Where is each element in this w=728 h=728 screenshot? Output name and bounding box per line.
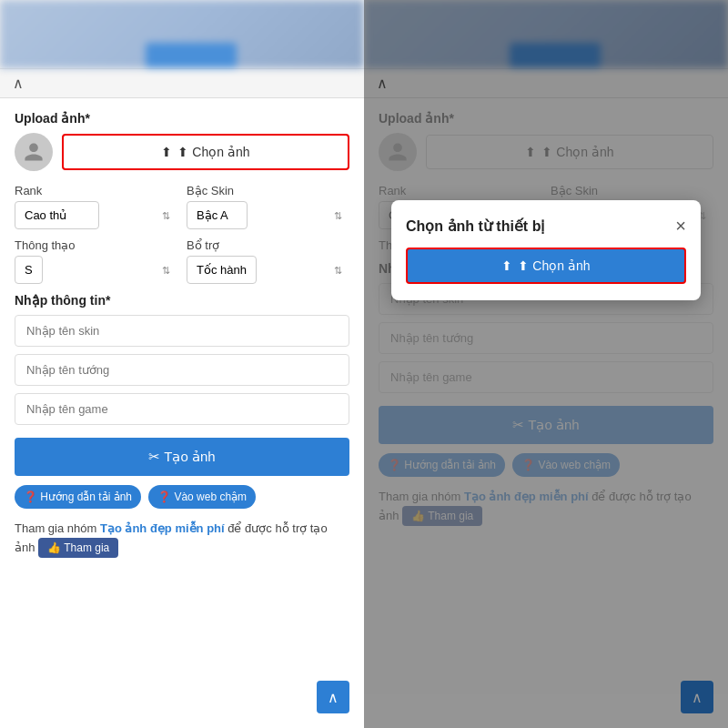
bac-skin-label-left: Bậc Skin	[187, 184, 349, 197]
modal-close-btn[interactable]: ×	[675, 217, 686, 235]
bo-tro-wrapper-left: Tốc hành Trừ giáp	[187, 256, 349, 284]
bo-tro-group-left: Bổ trợ Tốc hành Trừ giáp	[187, 238, 349, 284]
rank-wrapper-left: Cao thủ Huyền thoại Kim cương	[15, 201, 177, 229]
person-icon-left	[23, 141, 45, 163]
tao-anh-btn-left[interactable]: ✂ Tạo ảnh	[15, 438, 349, 476]
thong-thao-wrapper-left: S A B	[15, 256, 177, 284]
close-icon: ×	[675, 216, 686, 236]
left-panel: ∧ Upload ảnh* ⬆ ⬆ Chọn ảnh Rank Cao thủ	[0, 0, 364, 728]
join-pre-left: Tham gia nhóm	[15, 521, 100, 535]
bottom-links-left: ❓ Hướng dẫn tải ảnh ❓ Vào web chậm	[15, 485, 349, 509]
thong-thao-label-left: Thông thạo	[15, 238, 177, 252]
chon-anh-btn-left[interactable]: ⬆ ⬆ Chọn ảnh	[62, 134, 349, 170]
tao-anh-text-left: ✂ Tạo ảnh	[148, 449, 215, 464]
modal-overlay: Chọn ảnh từ thiết bị × ⬆ ⬆ Chọn ảnh	[364, 0, 728, 728]
modal-chon-anh-text: ⬆ Chọn ảnh	[518, 258, 590, 273]
modal-title: Chọn ảnh từ thiết bị	[406, 217, 544, 235]
thong-thao-row-left: Thông thạo S A B Bổ trợ Tốc hành Trừ giá…	[15, 238, 349, 284]
rank-select-left[interactable]: Cao thủ Huyền thoại Kim cương	[15, 201, 99, 229]
chevron-up-btn-left[interactable]: ∧	[13, 75, 24, 92]
tham-gia-btn-left[interactable]: 👍 Tham gia	[38, 538, 118, 558]
upload-label-left: Upload ảnh*	[15, 111, 349, 126]
avatar-left	[15, 133, 53, 171]
tuong-input-left[interactable]	[15, 354, 349, 386]
modal-chon-anh-btn[interactable]: ⬆ ⬆ Chọn ảnh	[406, 248, 686, 284]
modal-header: Chọn ảnh từ thiết bị ×	[406, 217, 686, 235]
modal-upload-icon: ⬆	[501, 258, 512, 273]
rank-skin-row-left: Rank Cao thủ Huyền thoại Kim cương Bậc S…	[15, 184, 349, 229]
tham-gia-text-left: 👍 Tham gia	[47, 541, 109, 554]
huong-dan-text-left: ❓ Hướng dẫn tải ảnh	[24, 490, 132, 503]
right-panel: ∧ Upload ảnh* ⬆ ⬆ Chọn ảnh Rank Cao thủ	[364, 0, 728, 728]
modal-box: Chọn ảnh từ thiết bị × ⬆ ⬆ Chọn ảnh	[391, 200, 701, 300]
bac-skin-group-left: Bậc Skin Bậc A Bậc S Bậc SS	[187, 184, 349, 229]
chon-anh-text-left: ⬆ Chọn ảnh	[177, 145, 249, 159]
thong-thao-select-left[interactable]: S A B	[15, 256, 43, 284]
huong-dan-btn-left[interactable]: ❓ Hướng dẫn tải ảnh	[15, 485, 141, 509]
thong-thao-group-left: Thông thạo S A B	[15, 238, 177, 284]
chevron-bar-left: ∧	[0, 68, 364, 98]
upload-icon-left: ⬆	[161, 145, 172, 159]
game-input-left[interactable]	[15, 393, 349, 425]
skin-input-left[interactable]	[15, 315, 349, 347]
scroll-up-btn-left[interactable]: ∧	[317, 681, 349, 713]
rank-group-left: Rank Cao thủ Huyền thoại Kim cương	[15, 184, 177, 229]
bac-skin-select-left[interactable]: Bậc A Bậc S Bậc SS	[187, 201, 248, 229]
bac-skin-wrapper-left: Bậc A Bậc S Bậc SS	[187, 201, 349, 229]
vao-web-btn-left[interactable]: ❓ Vào web chậm	[148, 485, 256, 509]
bo-tro-label-left: Bổ trợ	[187, 238, 349, 252]
nhap-label-left: Nhập thông tin*	[15, 293, 349, 308]
form-area-left: Upload ảnh* ⬆ ⬆ Chọn ảnh Rank Cao thủ Hu…	[0, 98, 364, 728]
upload-row-left: ⬆ ⬆ Chọn ảnh	[15, 133, 349, 171]
vao-web-text-left: ❓ Vào web chậm	[157, 490, 247, 503]
bo-tro-select-left[interactable]: Tốc hành Trừ giáp	[187, 256, 257, 284]
join-group-left: Tham gia nhóm Tạo ảnh đẹp miễn phí để đư…	[15, 520, 349, 558]
rank-label-left: Rank	[15, 184, 177, 197]
header-blur-left	[0, 0, 364, 68]
join-name-left: Tạo ảnh đẹp miễn phí	[100, 521, 225, 535]
